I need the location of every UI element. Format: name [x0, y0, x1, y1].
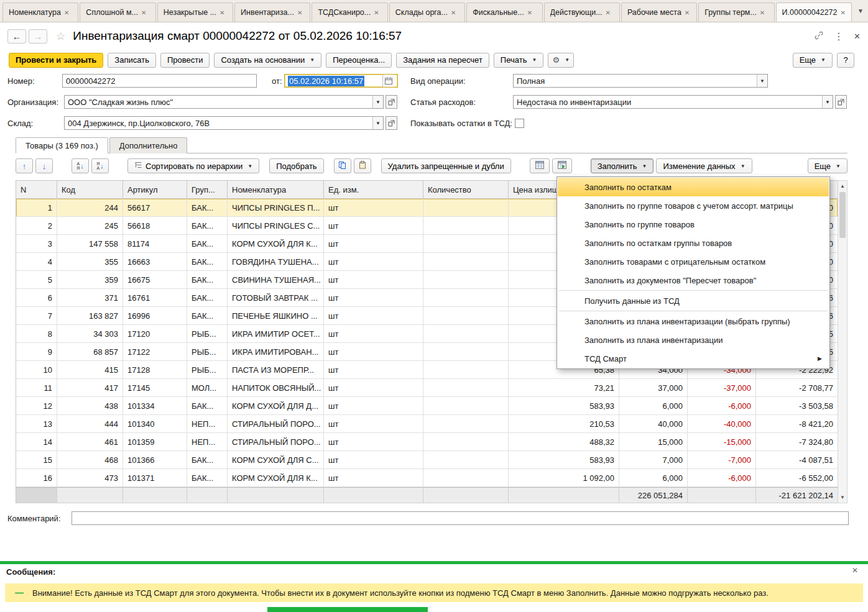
- menu-item[interactable]: Заполнить по остаткам группы товаров: [558, 234, 829, 252]
- open-expense-item-button[interactable]: [835, 95, 847, 109]
- cell-n[interactable]: 16: [16, 469, 57, 487]
- settings-gear-button[interactable]: ⚙▼: [548, 53, 574, 68]
- cell-code[interactable]: 34 303: [57, 325, 123, 343]
- cell-n[interactable]: 8: [16, 325, 57, 343]
- column-header-group[interactable]: Груп...: [187, 181, 228, 199]
- cell-group[interactable]: БАК...: [187, 271, 228, 289]
- cell-deviation[interactable]: -37,000: [688, 379, 756, 397]
- menu-item[interactable]: Заполнить из документов "Пересчет товаро…: [558, 271, 829, 290]
- cell-qty[interactable]: [423, 397, 509, 415]
- cell-article[interactable]: 16996: [123, 307, 187, 325]
- menu-item[interactable]: Заполнить по группе товаров: [558, 215, 829, 234]
- move-row-down-button[interactable]: ↓: [35, 158, 53, 173]
- copy-rows-button[interactable]: [334, 158, 351, 173]
- chevron-down-icon[interactable]: ▼: [372, 117, 383, 129]
- cell-sum[interactable]: -7 324,80: [756, 433, 838, 451]
- cell-group[interactable]: БАК...: [187, 397, 228, 415]
- cell-qty[interactable]: [423, 451, 509, 469]
- scrollbar-thumb[interactable]: [839, 192, 846, 238]
- write-button[interactable]: Записать: [108, 53, 156, 68]
- cell-deviation[interactable]: -15,000: [688, 433, 756, 451]
- tab-overflow-icon[interactable]: ▼: [857, 7, 864, 14]
- calendar-icon[interactable]: [382, 75, 394, 87]
- cell-unit[interactable]: шт: [324, 415, 423, 433]
- cell-code[interactable]: 473: [57, 469, 123, 487]
- cell-group[interactable]: РЫБ...: [187, 361, 228, 379]
- cell-qty[interactable]: [423, 433, 509, 451]
- cell-qty[interactable]: [423, 379, 509, 397]
- cell-code[interactable]: 68 857: [57, 343, 123, 361]
- cell-group[interactable]: МОЛ...: [187, 379, 228, 397]
- cell-price[interactable]: 73,21: [509, 379, 619, 397]
- forward-button[interactable]: →: [29, 29, 47, 43]
- table-icon-button-2[interactable]: [552, 158, 572, 173]
- cell-qty[interactable]: [423, 343, 509, 361]
- cell-article[interactable]: 17128: [123, 361, 187, 379]
- window-tab[interactable]: Группы терм...✕: [698, 2, 774, 22]
- cell-n[interactable]: 15: [16, 451, 57, 469]
- cell-group[interactable]: НЕП...: [187, 433, 228, 451]
- window-tab[interactable]: И.00000042272✕: [776, 2, 852, 22]
- column-header-qty[interactable]: Количество: [423, 181, 509, 199]
- cell-name[interactable]: КОРМ СУХОЙ ДЛЯ С...: [228, 451, 324, 469]
- cell-code[interactable]: 163 827: [57, 307, 123, 325]
- table-row[interactable]: 13444101340НЕП...СТИРАЛЬНЫЙ ПОРО...шт210…: [16, 415, 838, 433]
- close-tab-icon[interactable]: ✕: [685, 9, 690, 16]
- column-header-article[interactable]: Артикул: [123, 181, 187, 199]
- cell-name[interactable]: ЧИПСЫ PRINGLES С...: [228, 217, 324, 235]
- link-icon[interactable]: [814, 30, 824, 42]
- cell-group[interactable]: БАК...: [187, 451, 228, 469]
- close-tab-icon[interactable]: ✕: [141, 9, 146, 16]
- window-tab[interactable]: Склады орга...✕: [389, 2, 465, 22]
- cell-n[interactable]: 4: [16, 253, 57, 271]
- cell-group[interactable]: БАК...: [187, 217, 228, 235]
- cell-unit[interactable]: шт: [324, 379, 423, 397]
- cell-n[interactable]: 3: [16, 235, 57, 253]
- scroll-down-icon[interactable]: ▼: [838, 493, 847, 502]
- column-header-n[interactable]: N: [16, 181, 57, 199]
- cell-article[interactable]: 16663: [123, 253, 187, 271]
- cell-name[interactable]: ГОВЯДИНА ТУШЕНА...: [228, 253, 324, 271]
- column-header-unit[interactable]: Ед. изм.: [324, 181, 423, 199]
- chevron-down-icon[interactable]: ▼: [822, 96, 833, 108]
- cell-qty_acct[interactable]: 40,000: [619, 415, 688, 433]
- cell-group[interactable]: РЫБ...: [187, 325, 228, 343]
- close-tab-icon[interactable]: ✕: [451, 9, 456, 16]
- change-data-button[interactable]: Изменение данных▼: [656, 158, 752, 173]
- post-button[interactable]: Провести: [160, 53, 210, 68]
- cell-name[interactable]: КОРМ СУХОЙ ДЛЯ К...: [228, 469, 324, 487]
- cell-article[interactable]: 81174: [123, 235, 187, 253]
- expense-item-select[interactable]: Недостача по инвентаризации▼: [513, 95, 833, 109]
- cell-code[interactable]: 147 558: [57, 235, 123, 253]
- cell-unit[interactable]: шт: [324, 361, 423, 379]
- cell-n[interactable]: 12: [16, 397, 57, 415]
- cell-qty_acct[interactable]: 15,000: [619, 433, 688, 451]
- cell-unit[interactable]: шт: [324, 397, 423, 415]
- cell-name[interactable]: ИКРА ИМИТИР ОСЕТ...: [228, 325, 324, 343]
- table-row[interactable]: 12438101334БАК...КОРМ СУХОЙ ДЛЯ Д...шт58…: [16, 397, 838, 415]
- close-tab-icon[interactable]: ✕: [297, 9, 302, 16]
- cell-deviation[interactable]: -6,000: [688, 469, 756, 487]
- paste-rows-button[interactable]: [354, 158, 371, 173]
- cell-n[interactable]: 7: [16, 307, 57, 325]
- cell-name[interactable]: СТИРАЛЬНЫЙ ПОРО...: [228, 433, 324, 451]
- cell-article[interactable]: 16761: [123, 289, 187, 307]
- cell-qty[interactable]: [423, 415, 509, 433]
- table-icon-button-1[interactable]: [530, 158, 550, 173]
- cell-group[interactable]: БАК...: [187, 307, 228, 325]
- cell-unit[interactable]: шт: [324, 343, 423, 361]
- cell-qty_acct[interactable]: 6,000: [619, 469, 688, 487]
- cell-sum[interactable]: -6 552,00: [756, 469, 838, 487]
- cell-name[interactable]: ИКРА ИМИТИРОВАН...: [228, 343, 324, 361]
- page-tab[interactable]: Дополнительно: [109, 137, 188, 153]
- cell-group[interactable]: БАК...: [187, 469, 228, 487]
- show-tsd-checkbox[interactable]: [515, 119, 524, 128]
- cell-n[interactable]: 10: [16, 361, 57, 379]
- cell-qty[interactable]: [423, 361, 509, 379]
- window-tab[interactable]: Сплошной м...✕: [80, 2, 155, 22]
- cell-qty_acct[interactable]: 6,000: [619, 397, 688, 415]
- cell-price[interactable]: 583,93: [509, 397, 619, 415]
- help-button[interactable]: ?: [837, 53, 854, 68]
- sort-by-hierarchy-button[interactable]: Сортировать по иерархии▼: [127, 158, 259, 173]
- cell-article[interactable]: 16675: [123, 271, 187, 289]
